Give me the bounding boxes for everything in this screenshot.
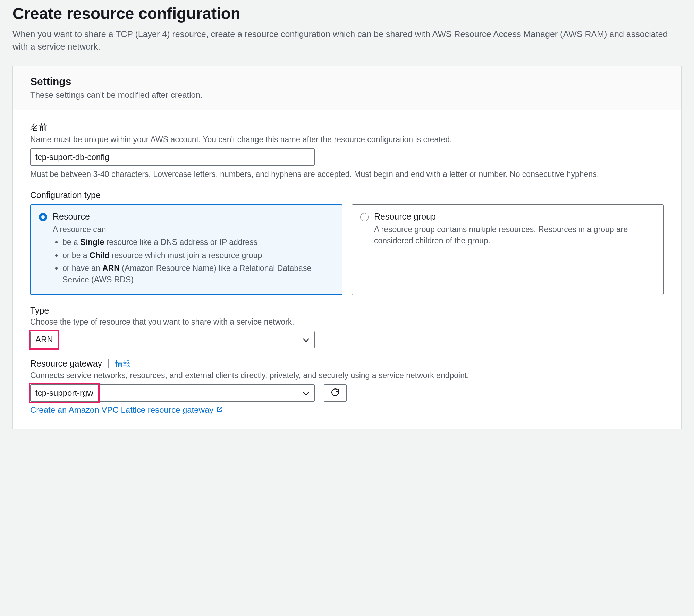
separator (108, 359, 109, 368)
type-select[interactable]: ARN (30, 331, 315, 348)
type-field: Type Choose the type of resource that yo… (30, 306, 664, 348)
radio-icon (360, 213, 369, 221)
type-select-value: ARN (35, 335, 53, 344)
gateway-info-link[interactable]: 情報 (115, 359, 130, 369)
gateway-select[interactable]: tcp-support-rgw (30, 384, 315, 402)
config-type-label: Configuration type (30, 190, 664, 200)
page-title: Create resource configuration (12, 4, 682, 23)
name-input[interactable] (30, 148, 315, 166)
panel-header: Settings These settings can't be modifie… (13, 66, 681, 110)
name-hint: Must be between 3-40 characters. Lowerca… (30, 169, 664, 180)
name-label: 名前 (30, 122, 664, 133)
refresh-button[interactable] (324, 384, 347, 402)
resource-bullet-3: or have an ARN (Amazon Resource Name) li… (62, 263, 334, 286)
settings-panel: Settings These settings can't be modifie… (12, 66, 682, 429)
resource-bullet-1: be a Single resource like a DNS address … (62, 237, 334, 248)
page-subtitle: When you want to share a TCP (Layer 4) r… (12, 28, 682, 53)
resource-intro: A resource can (53, 225, 106, 234)
refresh-icon (331, 388, 340, 398)
gateway-desc: Connects service networks, resources, an… (30, 370, 664, 381)
type-desc: Choose the type of resource that you wan… (30, 316, 664, 327)
radio-group-desc: A resource group contains multiple resou… (374, 224, 655, 247)
radio-option-resource-group[interactable]: Resource group A resource group contains… (352, 204, 664, 295)
config-type-field: Configuration type Resource A resource c… (30, 190, 664, 295)
radio-resource-title: Resource (53, 212, 334, 222)
create-gateway-link[interactable]: Create an Amazon VPC Lattice resource ga… (30, 405, 223, 415)
gateway-label: Resource gateway (30, 359, 102, 369)
create-gateway-link-text: Create an Amazon VPC Lattice resource ga… (30, 405, 213, 415)
gateway-field: Resource gateway 情報 Connects service net… (30, 359, 664, 415)
radio-group-title: Resource group (374, 212, 655, 222)
radio-icon (39, 213, 47, 221)
resource-bullet-2: or be a Child resource which must join a… (62, 250, 334, 261)
radio-option-resource[interactable]: Resource A resource can be a Single reso… (30, 204, 342, 295)
settings-heading: Settings (30, 76, 664, 87)
gateway-select-value: tcp-support-rgw (35, 388, 93, 397)
external-link-icon (216, 405, 223, 415)
name-field: 名前 Name must be unique within your AWS a… (30, 122, 664, 180)
type-label: Type (30, 306, 664, 316)
settings-subheading: These settings can't be modified after c… (30, 90, 664, 100)
name-desc: Name must be unique within your AWS acco… (30, 134, 664, 145)
